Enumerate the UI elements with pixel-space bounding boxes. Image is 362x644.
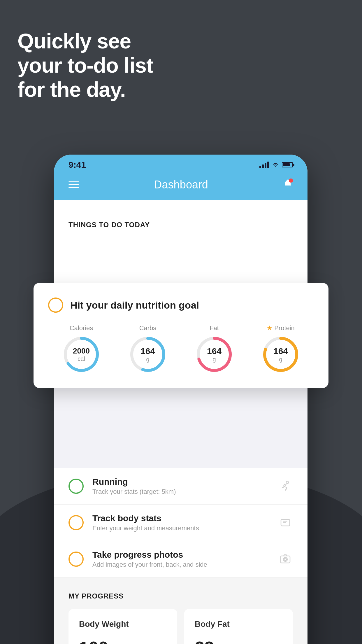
protein-star-icon: ★ xyxy=(267,324,273,332)
headline: Quickly see your to-do list for the day. xyxy=(17,29,153,102)
notification-dot xyxy=(289,178,293,183)
running-icon xyxy=(278,479,293,494)
protein-label: Protein xyxy=(274,324,295,332)
svg-rect-2 xyxy=(281,556,290,563)
todo-name-running: Running xyxy=(92,477,269,487)
body-fat-title: Body Fat xyxy=(195,620,282,629)
progress-title: MY PROGRESS xyxy=(68,592,293,600)
todo-desc-photos: Add images of your front, back, and side xyxy=(92,561,269,568)
nutrition-circles: Calories 2000 cal Carbs xyxy=(48,324,314,373)
wifi-icon xyxy=(272,161,279,169)
carbs-ring: 164 g xyxy=(129,335,167,373)
body-weight-title: Body Weight xyxy=(79,620,167,629)
todo-desc-running: Track your stats (target: 5km) xyxy=(92,488,269,496)
todo-circle-photos xyxy=(68,552,84,567)
nutrition-card-title: Hit your daily nutrition goal xyxy=(70,300,199,311)
carbs-value: 164 xyxy=(140,346,155,356)
hamburger-menu[interactable] xyxy=(68,181,79,188)
things-section-header: THINGS TO DO TODAY xyxy=(54,200,307,235)
body-fat-value: 23 % xyxy=(195,638,282,644)
todo-list: Running Track your stats (target: 5km) T… xyxy=(54,468,307,578)
todo-text-running: Running Track your stats (target: 5km) xyxy=(92,477,269,496)
todo-name-photos: Take progress photos xyxy=(92,550,269,560)
todo-item-stats[interactable]: Track body stats Enter your weight and m… xyxy=(54,505,307,541)
progress-cards: Body Weight 100 kg Body Fat 23 % xyxy=(68,609,293,644)
svg-point-4 xyxy=(284,558,287,561)
protein-ring: 164 g xyxy=(262,335,300,373)
calories-unit: cal xyxy=(73,356,90,362)
headline-line3: for the day. xyxy=(17,78,126,101)
nutrition-calories[interactable]: Calories 2000 cal xyxy=(62,324,100,373)
nutrition-fat[interactable]: Fat 164 g xyxy=(195,324,233,373)
todo-text-photos: Take progress photos Add images of your … xyxy=(92,550,269,568)
protein-label-container: ★ Protein xyxy=(267,324,295,332)
status-time: 9:41 xyxy=(68,160,86,170)
calories-value: 2000 xyxy=(73,346,90,356)
fat-value: 164 xyxy=(207,346,222,356)
fat-ring: 164 g xyxy=(195,335,233,373)
battery-icon xyxy=(282,162,293,167)
body-fat-number: 23 xyxy=(195,638,214,644)
app-header: Dashboard xyxy=(54,173,307,200)
body-weight-value: 100 kg xyxy=(79,638,167,644)
todo-desc-stats: Enter your weight and measurements xyxy=(92,524,269,532)
signal-icon xyxy=(259,162,269,168)
notification-bell[interactable] xyxy=(283,178,293,191)
photo-icon xyxy=(278,552,293,567)
status-icons xyxy=(259,161,293,169)
nutrition-check-circle xyxy=(48,298,63,313)
todo-item-photos[interactable]: Take progress photos Add images of your … xyxy=(54,541,307,578)
nutrition-protein[interactable]: ★ Protein 164 g xyxy=(262,324,300,373)
todo-circle-stats xyxy=(68,515,84,530)
header-title: Dashboard xyxy=(154,178,208,191)
todo-item-running[interactable]: Running Track your stats (target: 5km) xyxy=(54,468,307,505)
body-fat-card[interactable]: Body Fat 23 % xyxy=(184,609,293,644)
status-bar: 9:41 xyxy=(54,155,307,173)
protein-unit: g xyxy=(273,356,288,363)
progress-section: MY PROGRESS Body Weight 100 kg Body Fat xyxy=(54,578,307,644)
svg-point-0 xyxy=(286,481,289,484)
things-section-title: THINGS TO DO TODAY xyxy=(68,210,293,235)
carbs-unit: g xyxy=(140,356,155,363)
carbs-label: Carbs xyxy=(139,324,157,332)
fat-unit: g xyxy=(207,356,222,363)
nutrition-card: Hit your daily nutrition goal Calories 2… xyxy=(34,283,328,388)
phone-mockup: 9:41 Dashboard xyxy=(54,155,307,644)
headline-line1: Quickly see xyxy=(17,29,131,53)
todo-circle-running xyxy=(68,479,84,494)
todo-text-stats: Track body stats Enter your weight and m… xyxy=(92,513,269,532)
calories-label: Calories xyxy=(70,324,93,332)
calories-ring: 2000 cal xyxy=(62,335,100,373)
nutrition-carbs[interactable]: Carbs 164 g xyxy=(129,324,167,373)
todo-name-stats: Track body stats xyxy=(92,513,269,523)
body-weight-card[interactable]: Body Weight 100 kg xyxy=(68,609,177,644)
headline-line2: your to-do list xyxy=(17,54,153,77)
protein-value: 164 xyxy=(273,346,288,356)
body-weight-number: 100 xyxy=(79,638,108,644)
scale-icon xyxy=(278,515,293,530)
fat-label: Fat xyxy=(210,324,219,332)
nutrition-card-header: Hit your daily nutrition goal xyxy=(48,298,314,313)
